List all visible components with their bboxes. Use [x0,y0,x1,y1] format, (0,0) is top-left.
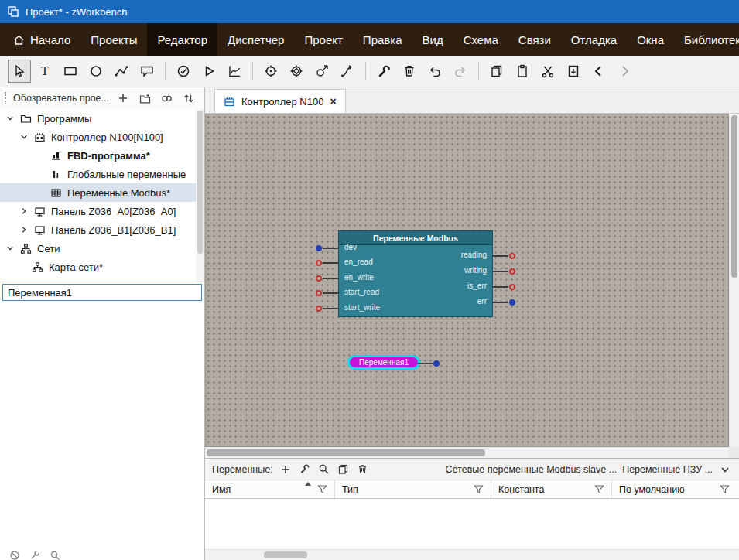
grip-handle[interactable] [5,92,6,104]
menu-item-project[interactable]: Проект [294,23,352,56]
add-icon[interactable] [279,463,293,476]
link-icon[interactable] [159,91,174,106]
pin-terminal[interactable] [316,245,322,251]
tree-item-panel-z036-b1[interactable]: Панель Z036_B1[Z036_B1] [0,220,204,239]
pin-err[interactable] [493,302,508,303]
pin-dev[interactable] [323,248,338,249]
pin-terminal[interactable] [509,299,515,306]
tree-item-programs[interactable]: Программы [0,109,204,128]
clipboard-button[interactable] [511,60,534,83]
undo-button[interactable] [423,60,446,83]
pin-start-read[interactable] [323,292,338,294]
pin-writing[interactable] [493,271,508,272]
target-alt-tool-button[interactable] [285,60,308,83]
pin-en-read[interactable] [323,262,338,264]
tree-scrollbar-thumb[interactable] [197,111,203,254]
tree-item-networks[interactable]: Сети [0,239,204,258]
menu-item-debug[interactable]: Отладка [561,23,627,56]
tree-item-partial[interactable] [0,276,204,282]
fbd-canvas[interactable]: Переменные Modbus dev en_read en_write s… [205,114,729,447]
chevron-down-icon[interactable] [718,463,732,476]
table-scrollbar-thumb[interactable] [264,551,307,558]
menu-item-libraries[interactable]: Библиотеки [674,23,739,56]
horizontal-scrollbar-thumb[interactable] [207,449,485,456]
tab-close-icon[interactable]: × [330,96,336,107]
network-variables-link[interactable]: Сетевые переменные Modbus slave ... [446,464,618,475]
tree-item-modbus-variables[interactable]: Переменные Modbus* [0,183,204,202]
pin-is-err[interactable] [493,286,508,288]
tab-controller-n100[interactable]: Контроллер N100 × [214,89,346,113]
pan-target-tool-button[interactable] [310,60,334,83]
ban-icon[interactable] [9,550,20,560]
duplicate-icon[interactable] [337,463,351,476]
table-horizontal-scrollbar[interactable] [205,549,739,560]
variable-list[interactable]: Переменная1 [0,282,204,550]
filter-icon[interactable] [474,484,484,494]
forward-button[interactable] [613,60,636,83]
canvas-horizontal-scrollbar[interactable] [205,448,729,458]
add-icon[interactable] [116,91,131,106]
search-icon[interactable] [317,463,331,476]
column-header-default[interactable]: По умолчанию [612,480,739,498]
search-icon[interactable] [50,550,60,560]
rectangle-tool-button[interactable] [59,60,82,83]
delete-tool-button[interactable] [398,60,421,83]
target-tool-button[interactable] [259,60,282,83]
column-header-type[interactable]: Тип [335,480,491,498]
menu-item-dispatcher[interactable]: Диспетчер [217,23,294,56]
chevron-down-icon[interactable] [5,244,15,252]
back-button[interactable] [587,60,611,83]
copy-button[interactable] [485,60,508,83]
trash-icon[interactable] [356,463,370,476]
wrench-icon[interactable] [29,550,40,560]
check-tool-button[interactable] [172,60,195,83]
rom-variables-link[interactable]: Переменные ПЗУ ... [622,464,713,475]
variable-list-item[interactable]: Переменная1 [2,284,202,301]
canvas-vertical-scrollbar[interactable] [730,114,739,447]
pin-en-write[interactable] [323,278,338,279]
new-folder-icon[interactable] [138,91,152,106]
text-tool-button[interactable]: T [33,60,56,83]
pin-terminal[interactable] [509,284,515,290]
tree-item-controller-n100[interactable]: Контроллер N100[N100] [0,128,204,146]
filter-icon[interactable] [720,484,730,494]
menu-item-projects[interactable]: Проекты [80,23,147,56]
variable-node-selected[interactable]: Переменная1 [347,355,420,370]
cut-button[interactable] [536,60,559,83]
chevron-right-icon[interactable] [19,207,29,215]
chevron-right-icon[interactable] [19,226,29,234]
menu-item-scheme[interactable]: Схема [453,23,508,56]
pin-terminal[interactable] [316,306,322,312]
run-tool-button[interactable] [197,60,221,83]
column-header-name[interactable]: Имя [205,480,335,498]
pin-terminal[interactable] [316,290,322,296]
tree-item-fbd-program[interactable]: FBD-программа* [0,146,204,165]
tree-scrollbar[interactable] [196,109,204,282]
column-header-constant[interactable]: Константа [491,480,612,498]
menu-item-view[interactable]: Вид [412,23,453,56]
tree-item-panel-z036-a0[interactable]: Панель Z036_A0[Z036_A0] [0,202,204,220]
paste-button[interactable] [562,60,585,83]
wire-terminal[interactable] [433,360,440,367]
pin-terminal[interactable] [316,260,322,266]
trend-tool-button[interactable] [223,60,246,83]
pin-reading[interactable] [493,255,508,257]
menu-item-editor[interactable]: Редактор [147,23,217,56]
filter-icon[interactable] [594,484,604,494]
pin-start-write[interactable] [323,308,338,309]
tree-item-network-map[interactable]: Карта сети* [0,258,204,276]
chevron-right-icon[interactable] [5,282,15,282]
modbus-function-block[interactable]: Переменные Modbus dev en_read en_write s… [338,230,493,317]
sort-icon[interactable] [181,91,196,106]
vertical-scrollbar-thumb[interactable] [731,115,737,278]
chevron-down-icon[interactable] [5,114,15,122]
callout-tool-button[interactable] [135,60,159,83]
menu-item-windows[interactable]: Окна [627,23,674,56]
ellipse-tool-button[interactable] [84,60,108,83]
menu-item-links[interactable]: Связи [508,23,561,56]
pin-terminal[interactable] [509,268,515,275]
chevron-down-icon[interactable] [19,133,29,141]
tree-item-global-variables[interactable]: Глобальные переменные [0,165,204,183]
redo-button[interactable] [449,60,472,83]
menu-item-edit[interactable]: Правка [353,23,412,56]
